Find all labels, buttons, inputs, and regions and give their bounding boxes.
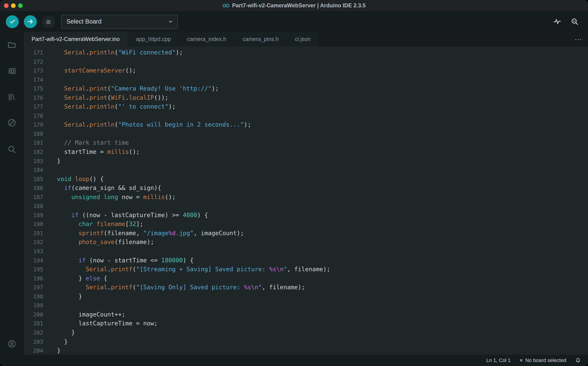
close-window-button[interactable] [4,3,8,8]
code-line: 180 [24,129,588,138]
code-line: 184 [24,165,588,175]
line-number: 200 [24,310,43,319]
toolbar: Select Board [0,11,588,32]
tab-label: ci.json [295,36,310,43]
code-line: 193 [24,247,588,256]
verify-button[interactable] [6,15,19,28]
tab-camera-index-h[interactable]: camera_index.h [179,32,235,47]
line-number: 178 [24,111,43,120]
person-icon [7,339,16,348]
code-text: if (now - startTime <= 180000) { [57,256,194,265]
ellipsis-icon: ⋯ [574,35,582,44]
code-line: 171 Serial.println("WiFi connected"); [24,48,588,57]
zoom-window-button[interactable] [18,3,23,8]
code-text: startTime = millis(); [57,147,140,156]
line-number: 173 [24,66,43,75]
sidebar-item-search[interactable] [0,141,24,157]
line-number: 203 [24,337,43,346]
main-area: Part7-wifi-v2-CameraWebServer.ino app_ht… [0,32,588,355]
line-number: 181 [24,138,43,147]
code-text: sprintf(filename, "/image%d.jpg", imageC… [57,229,244,238]
tab-sketch-ino[interactable]: Part7-wifi-v2-CameraWebServer.ino [24,32,128,47]
code-line: 195 Serial.printf("[Streaming + Saving] … [24,265,588,274]
code-line: 198 } [24,292,588,301]
line-number: 198 [24,292,43,301]
tab-ci-json[interactable]: ci.json [287,32,319,47]
code-line: 175 Serial.print("Camera Ready! Use 'htt… [24,84,588,93]
code-text: unsigned long now = millis(); [57,193,176,202]
code-text: Serial.printf("[Saving Only] Saved pictu… [57,283,305,292]
sidebar-item-boards-manager[interactable] [0,63,24,79]
code-line: 187 unsigned long now = millis(); [24,193,588,202]
sidebar-item-debug[interactable] [0,115,24,130]
upload-button[interactable] [24,15,37,28]
board-status[interactable]: ✕ No board selected [519,358,566,363]
account-button[interactable] [0,336,24,352]
code-line: 188 [24,202,588,211]
board-selector-label: Select Board [66,18,102,25]
board-icon [7,66,16,76]
code-text: } [57,346,61,355]
line-number: 197 [24,283,43,292]
code-text: Serial.println("WiFi connected"); [57,48,183,57]
code-line: 172 [24,57,588,66]
code-line: 197 Serial.printf("[Saving Only] Saved p… [24,283,588,292]
line-number: 201 [24,319,43,328]
line-number: 191 [24,229,43,238]
chevron-down-icon [168,19,173,24]
line-number: 202 [24,328,43,337]
tab-camera-pins-h[interactable]: camera_pins.h [235,32,287,47]
close-icon: ✕ [519,358,523,363]
library-books-icon [7,92,16,102]
code-text: photo_save(filename); [57,238,154,247]
line-number: 179 [24,120,43,129]
tab-label: app_httpd.cpp [136,36,171,43]
code-text: Serial.print(WiFi.localIP()); [57,93,168,102]
code-editor[interactable]: 171 Serial.println("WiFi connected");172… [24,47,588,355]
board-status-label: No board selected [525,358,566,363]
cursor-position-label: Ln 1, Col 1 [486,358,511,363]
cursor-position[interactable]: Ln 1, Col 1 [486,358,511,363]
code-text: lastCaptureTime = now; [57,319,158,328]
folder-icon [7,40,16,49]
serial-plotter-button[interactable] [553,17,561,26]
board-selector-dropdown[interactable]: Select Board [61,15,178,29]
debug-slash-circle-icon [7,118,16,127]
line-number: 199 [24,301,43,310]
editor-panel: Part7-wifi-v2-CameraWebServer.ino app_ht… [24,32,588,355]
line-number: 172 [24,57,43,66]
code-line: 202 } [24,328,588,337]
code-text: startCameraServer(); [57,66,136,75]
plotter-wave-icon [553,17,561,26]
tab-app-httpd-cpp[interactable]: app_httpd.cpp [128,32,179,47]
code-text: Serial.print("Camera Ready! Use 'http://… [57,84,219,93]
line-number: 189 [24,211,43,220]
code-text: if(camera_sign && sd_sign){ [57,183,161,192]
debug-button[interactable] [42,15,55,28]
sidebar-item-library-manager[interactable] [0,89,24,105]
code-line: 194 if (now - startTime <= 180000) { [24,256,588,265]
code-line: 178 [24,111,588,120]
code-line: 185void loop() { [24,175,588,183]
sidebar-item-sketchbook[interactable] [0,37,24,53]
code-text: if ((now - lastCaptureTime) >= 4000) { [57,211,208,220]
code-line: 183} [24,156,588,165]
tab-overflow-button[interactable]: ⋯ [568,32,588,47]
line-number: 192 [24,238,43,247]
line-number: 177 [24,102,43,111]
line-number: 171 [24,48,43,57]
line-number: 204 [24,346,43,355]
bug-icon [45,18,52,25]
line-number: 186 [24,183,43,192]
minimize-window-button[interactable] [11,3,16,8]
bell-icon [575,357,581,364]
line-number: 196 [24,274,43,283]
arduino-logo-icon [222,3,230,8]
search-icon [7,145,16,154]
code-line: 182 startTime = millis(); [24,147,588,156]
notifications-button[interactable] [575,357,581,364]
tab-label: camera_index.h [187,36,226,43]
code-line: 191 sprintf(filename, "/image%d.jpg", im… [24,229,588,238]
serial-monitor-button[interactable] [571,17,579,26]
code-text: char filename[32]; [57,220,143,229]
